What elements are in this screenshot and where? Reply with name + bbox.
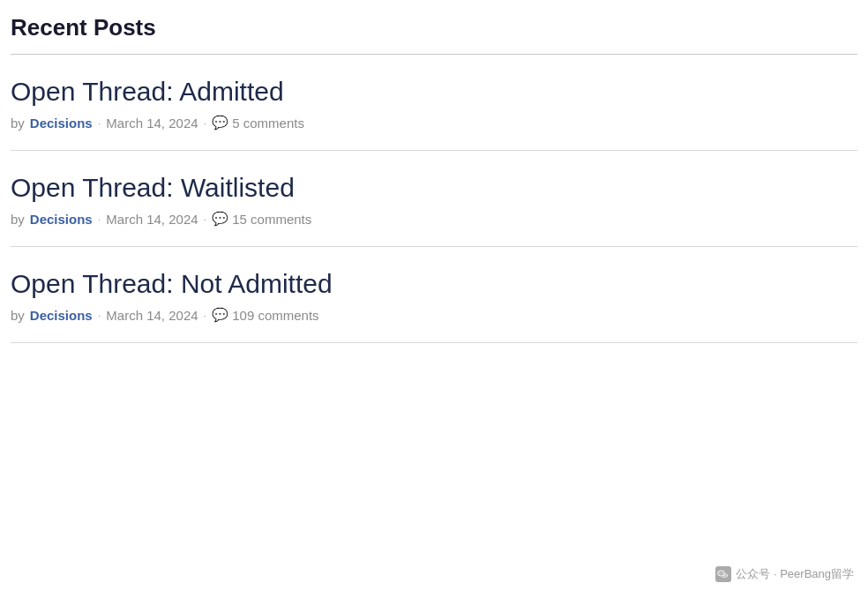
svg-point-5 [727,574,728,575]
post-meta: by Decisions · March 14, 2024 · 💬 15 com… [11,211,857,227]
separator-2: · [204,309,207,322]
post-comments[interactable]: 💬 15 comments [212,211,311,227]
comment-icon: 💬 [212,115,228,131]
post-meta: by Decisions · March 14, 2024 · 💬 109 co… [11,307,857,323]
post-date: March 14, 2024 [106,116,198,131]
post-list: Open Thread: Admitted by Decisions · Mar… [11,55,857,343]
by-label: by [11,116,25,131]
separator-2: · [204,213,207,226]
page-title: Recent Posts [11,14,857,55]
post-meta: by Decisions · March 14, 2024 · 💬 5 comm… [11,115,857,131]
post-author[interactable]: Decisions [30,116,93,131]
post-title[interactable]: Open Thread: Admitted [11,76,857,108]
post-author[interactable]: Decisions [30,308,93,323]
svg-point-4 [725,575,726,576]
separator-2: · [204,116,207,130]
post-comments[interactable]: 💬 5 comments [212,115,304,131]
by-label: by [11,212,25,227]
watermark: 公众号 · PeerBang留学 [715,566,854,582]
separator: · [98,116,101,130]
post-author[interactable]: Decisions [30,212,93,227]
main-container: Recent Posts Open Thread: Admitted by De… [0,0,868,361]
post-title[interactable]: Open Thread: Not Admitted [11,268,857,300]
svg-point-2 [720,572,722,574]
svg-point-3 [722,572,724,574]
post-date: March 14, 2024 [106,212,198,227]
comment-icon: 💬 [212,211,228,227]
post-item: Open Thread: Not Admitted by Decisions ·… [11,247,857,343]
post-comments[interactable]: 💬 109 comments [212,307,318,323]
post-title[interactable]: Open Thread: Waitlisted [11,172,857,204]
post-date: March 14, 2024 [106,308,198,323]
wechat-icon [715,566,731,582]
by-label: by [11,308,25,323]
separator: · [98,309,101,322]
watermark-text: 公众号 · PeerBang留学 [736,566,854,582]
post-item: Open Thread: Waitlisted by Decisions · M… [11,151,857,247]
separator: · [98,213,101,226]
comment-icon: 💬 [212,307,228,323]
post-item: Open Thread: Admitted by Decisions · Mar… [11,55,857,151]
